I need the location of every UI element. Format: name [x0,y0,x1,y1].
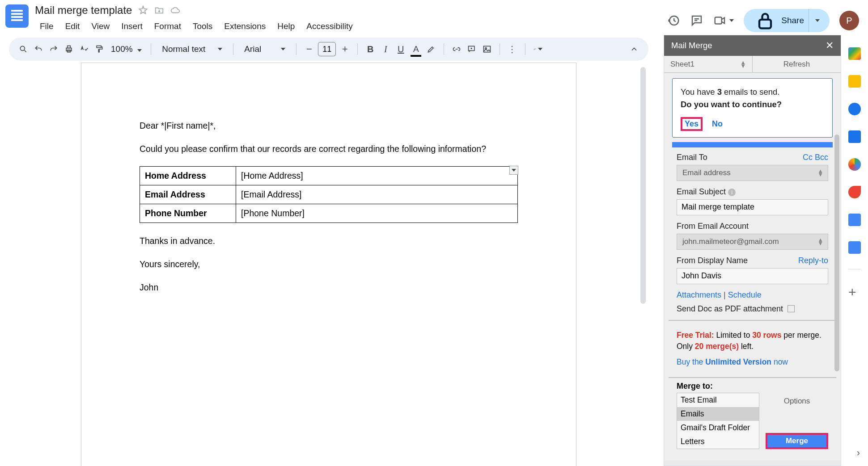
collapse-toolbar-icon[interactable] [628,43,640,55]
menu-edit[interactable]: Edit [60,20,85,33]
schedule-link[interactable]: Schedule [728,290,762,299]
chevron-down-icon [729,19,734,22]
highlight-icon[interactable] [425,43,437,55]
decrease-font-icon[interactable]: − [303,43,315,55]
font-select[interactable]: Arial [240,44,290,54]
merge-option-letters[interactable]: Letters [677,435,759,449]
refresh-tab[interactable]: Refresh [752,56,841,72]
spellcheck-icon[interactable] [78,43,90,55]
paint-format-icon[interactable] [93,43,106,55]
confirm-no-button[interactable]: No [710,117,725,131]
print-icon[interactable] [63,43,75,55]
menu-format[interactable]: Format [149,20,186,33]
document-page[interactable]: Dear *|First name|*, Could you please co… [81,63,576,466]
info-icon[interactable]: i [728,189,736,196]
history-icon[interactable] [667,14,680,27]
table-row: Phone Number[Phone Number] [140,204,518,223]
merge-button[interactable]: Merge [766,433,828,449]
doc-title[interactable]: Mail merge template [35,4,132,17]
table-menu-icon[interactable] [509,166,518,175]
merge-option-emails[interactable]: Emails [677,407,759,421]
subject-input[interactable] [677,199,828,215]
bold-icon[interactable]: B [364,43,377,55]
from-account-label: From Email Account [677,222,749,231]
insert-image-icon[interactable] [481,43,493,55]
move-icon[interactable] [154,5,164,15]
addon-icon-2[interactable] [848,214,861,226]
tasks-icon[interactable] [848,103,861,115]
meet-button[interactable] [713,14,734,27]
merge-option-test[interactable]: Test Email [677,393,759,407]
pdf-checkbox[interactable] [788,305,795,312]
font-size-input[interactable]: 11 [318,42,336,56]
calendar-icon[interactable] [848,47,861,60]
doc-scrollbar[interactable] [640,67,646,304]
options-button[interactable]: Options [766,394,828,408]
menu-insert[interactable]: Insert [116,20,148,33]
get-addons-icon[interactable]: + [848,285,861,297]
svg-point-3 [20,46,25,50]
menu-extensions[interactable]: Extensions [219,20,271,33]
contacts-icon[interactable] [848,130,861,143]
from-account-select[interactable]: john.mailmeteor@gmail.com▲▼ [677,234,828,250]
underline-icon[interactable]: U [394,43,407,55]
doc-table[interactable]: Home Address[Home Address] Email Address… [140,166,518,223]
hide-panel-icon[interactable]: › [857,447,860,459]
doc-thanks: Thanks in advance. [140,235,518,247]
share-dropdown[interactable] [809,9,826,32]
menu-tools[interactable]: Tools [188,20,217,33]
sheet-tab[interactable]: Sheet1▲▼ [664,56,752,72]
undo-icon[interactable] [32,43,45,55]
display-name-input[interactable] [677,268,828,284]
search-icon[interactable] [17,43,30,55]
buy-unlimited-link[interactable]: Buy the Unlimited Version now [677,357,788,366]
share-label: Share [781,16,804,25]
share-button[interactable]: Share [744,9,830,32]
svg-rect-9 [484,46,491,52]
cloud-icon[interactable] [170,5,180,15]
confirm-dialog: You have 3 emails to send. Do you want t… [672,78,833,138]
video-icon [713,14,727,27]
addon-icon-1[interactable] [848,186,861,198]
text-color-icon[interactable]: A [410,43,422,55]
confirm-yes-button[interactable]: Yes [681,117,703,131]
insert-link-icon[interactable] [450,43,463,55]
keep-icon[interactable] [848,75,861,88]
menu-file[interactable]: File [35,20,59,33]
maps-icon[interactable] [848,158,861,171]
star-icon[interactable] [138,5,148,15]
doc-signature: John [140,281,518,294]
doc-greeting: Dear *|First name|*, [140,119,518,132]
add-comment-icon[interactable] [466,43,478,55]
email-to-select[interactable]: Email address▲▼ [677,165,828,181]
subject-label: Email Subject i [677,187,736,197]
reply-to-link[interactable]: Reply-to [798,256,828,265]
panel-scrollbar[interactable] [834,134,839,371]
menu-help[interactable]: Help [272,20,300,33]
progress-bar [672,142,833,147]
more-icon[interactable]: ⋮ [506,43,519,55]
doc-closing: Yours sincerely, [140,258,518,270]
table-row: Home Address[Home Address] [140,166,518,185]
menu-accessibility[interactable]: Accessibility [301,20,357,33]
cc-bcc-link[interactable]: Cc Bcc [803,153,828,162]
account-avatar[interactable]: P [839,11,859,30]
close-icon[interactable]: ✕ [826,40,834,51]
attachments-link[interactable]: Attachments [677,290,721,299]
docs-logo[interactable] [5,4,29,28]
italic-icon[interactable]: I [379,43,392,55]
toolbar: 100% Normal text Arial − 11 + B I U A ⋮ [9,38,648,61]
redo-icon[interactable] [47,43,60,55]
increase-font-icon[interactable]: + [339,43,351,55]
editing-mode-icon[interactable] [532,43,544,55]
svg-rect-7 [97,46,101,48]
paragraph-style-select[interactable]: Normal text [157,44,227,54]
zoom-select[interactable]: 100% [108,44,144,54]
merge-to-list: Test Email Emails Gmail's Draft Folder L… [677,393,759,449]
addon-icon-3[interactable] [848,241,861,254]
menu-view[interactable]: View [86,20,114,33]
comments-icon[interactable] [690,14,703,27]
merge-option-drafts[interactable]: Gmail's Draft Folder [677,421,759,435]
mail-merge-panel: Mail Merge ✕ Sheet1▲▼ Refresh You have 3… [664,35,841,466]
panel-title: Mail Merge [671,41,712,50]
